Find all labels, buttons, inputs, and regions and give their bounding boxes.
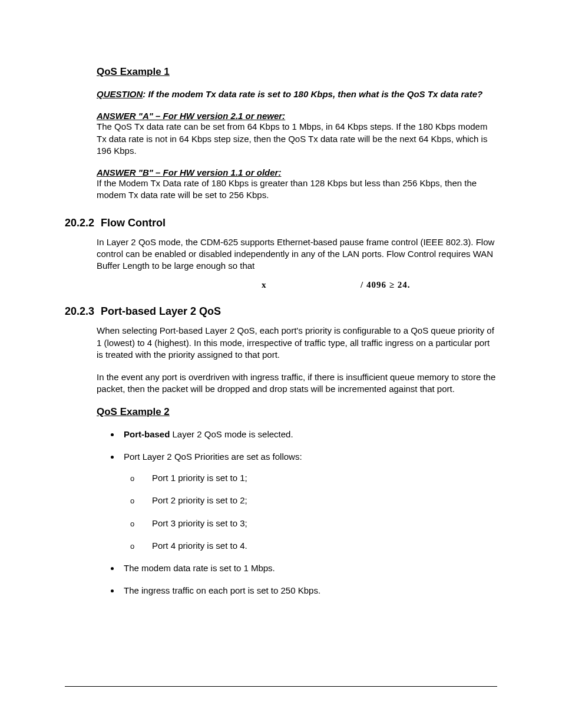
port-qos-p2: In the event any port is overdriven with… <box>97 371 497 396</box>
list-item: The ingress traffic on each port is set … <box>120 585 497 597</box>
priority-sublist: Port 1 priority is set to 1; Port 2 prio… <box>124 472 497 552</box>
question-label: QUESTION <box>97 89 143 99</box>
question-text: : If the modem Tx data rate is set to 18… <box>143 89 482 99</box>
section-title: Flow Control <box>101 217 166 229</box>
section-title: Port-based Layer 2 QoS <box>101 305 221 317</box>
question-line: QUESTION: If the modem Tx data rate is s… <box>97 88 497 100</box>
answer-a-body: The QoS Tx data rate can be set from 64 … <box>97 121 497 157</box>
flow-control-formula: x / 4096 ≥ 24. <box>97 280 497 290</box>
section-flow-control-heading: 20.2.2 Flow Control <box>65 217 497 229</box>
page-footer-rule <box>65 686 497 687</box>
bullet-1-rest: Layer 2 QoS mode is selected. <box>170 429 293 439</box>
answer-a-header: ANSWER "A" – For HW version 2.1 or newer… <box>97 111 497 121</box>
list-item: Port 1 priority is set to 1; <box>148 472 497 484</box>
section-port-qos-heading: 20.2.3 Port-based Layer 2 QoS <box>65 305 497 318</box>
example-2-bullets: Port-based Layer 2 QoS mode is selected.… <box>97 429 497 597</box>
port-qos-body: When selecting Port-based Layer 2 QoS, e… <box>97 325 497 597</box>
formula-rest: / 4096 ≥ 24. <box>361 280 410 289</box>
flow-control-paragraph: In Layer 2 QoS mode, the CDM-625 support… <box>97 236 497 272</box>
list-item: Port 2 priority is set to 2; <box>148 495 497 506</box>
list-item: Port Layer 2 QoS Priorities are set as f… <box>120 451 497 552</box>
answer-b-header: ANSWER "B" – For HW version 1.1 or older… <box>97 167 497 177</box>
section-number: 20.2.2 <box>65 217 98 229</box>
list-item: The modem data rate is set to 1 Mbps. <box>120 562 497 574</box>
answer-b-body: If the Modem Tx Data rate of 180 Kbps is… <box>97 177 497 202</box>
section-number: 20.2.3 <box>65 305 98 318</box>
list-item: Port-based Layer 2 QoS mode is selected. <box>120 429 497 440</box>
list-item: Port 3 priority is set to 3; <box>148 518 497 529</box>
example-2-title: QoS Example 2 <box>97 406 497 418</box>
example-1-block: QoS Example 1 QUESTION: If the modem Tx … <box>97 66 497 202</box>
example-1-title: QoS Example 1 <box>97 66 497 78</box>
flow-control-body: In Layer 2 QoS mode, the CDM-625 support… <box>97 236 497 291</box>
list-item: Port 4 priority is set to 4. <box>148 540 497 552</box>
bullet-2-text: Port Layer 2 QoS Priorities are set as f… <box>124 452 302 462</box>
formula-x: x <box>262 280 267 289</box>
page: QoS Example 1 QUESTION: If the modem Tx … <box>0 0 562 728</box>
bullet-1-bold: Port-based <box>124 429 170 439</box>
port-qos-p1: When selecting Port-based Layer 2 QoS, e… <box>97 325 497 361</box>
